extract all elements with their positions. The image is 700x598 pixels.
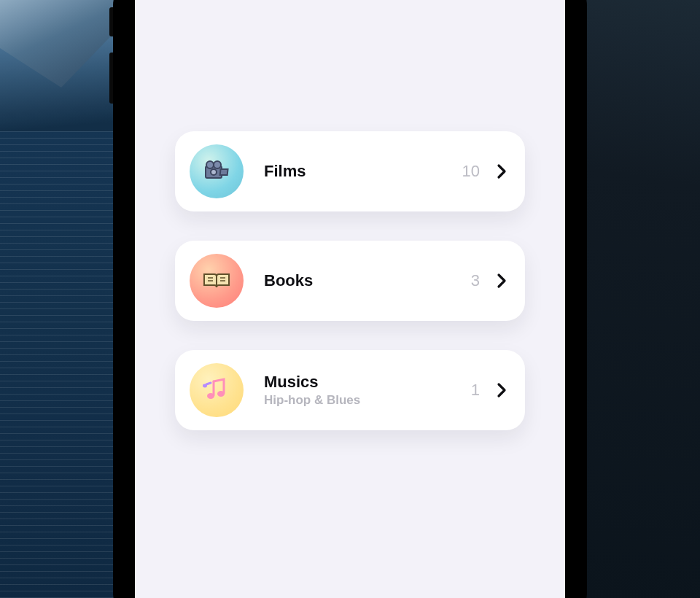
- chevron-right-icon: [494, 161, 509, 182]
- svg-point-4: [211, 169, 217, 175]
- phone-screen: Films 10: [135, 0, 565, 598]
- category-row-musics[interactable]: Musics Hip-hop & Blues 1: [175, 350, 525, 430]
- category-count: 3: [461, 271, 480, 290]
- svg-point-9: [207, 393, 214, 399]
- category-count: 10: [461, 162, 480, 181]
- music-note-icon: [190, 363, 244, 417]
- phone-volume-button: [109, 53, 113, 104]
- category-title: Films: [264, 162, 461, 181]
- chevron-right-icon: [494, 271, 509, 291]
- phone-frame: Films 10: [113, 0, 587, 598]
- phone-volume-button: [109, 7, 113, 36]
- chevron-right-icon: [494, 380, 509, 400]
- category-list: Films 10: [175, 131, 525, 430]
- category-count: 1: [461, 381, 480, 400]
- svg-point-3: [214, 161, 221, 168]
- svg-rect-1: [220, 169, 228, 175]
- category-title: Books: [264, 271, 461, 290]
- svg-point-11: [203, 384, 207, 388]
- category-row-films[interactable]: Films 10: [175, 131, 525, 211]
- camera-icon: [190, 144, 244, 198]
- svg-point-10: [217, 391, 225, 397]
- category-title: Musics: [264, 373, 461, 392]
- category-row-books[interactable]: Books 3: [175, 241, 525, 321]
- book-icon: [190, 254, 244, 308]
- category-subtitle: Hip-hop & Blues: [264, 393, 461, 408]
- svg-point-2: [206, 161, 214, 168]
